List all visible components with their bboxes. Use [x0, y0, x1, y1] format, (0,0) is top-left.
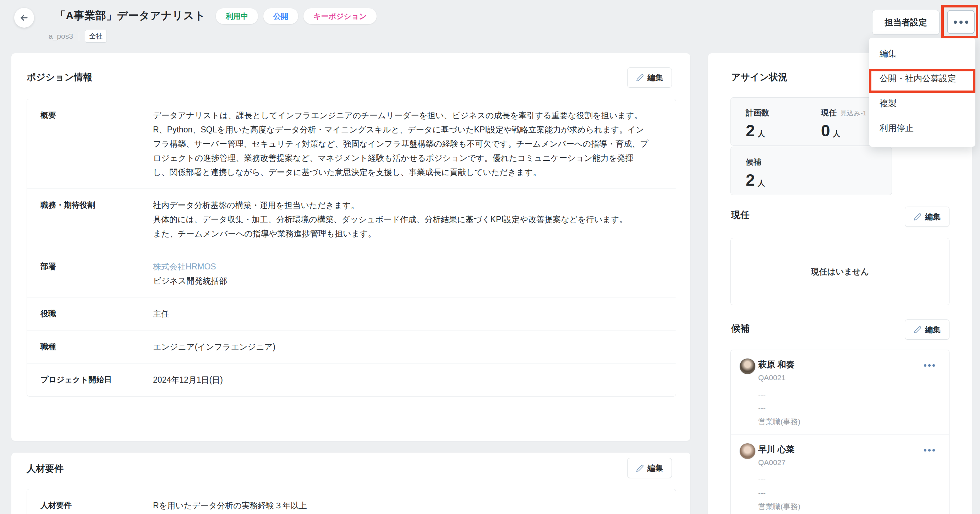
- menu-item-edit[interactable]: 編集: [869, 41, 975, 66]
- row-value: Rを用いたデータ分析の実務経験３年以上: [153, 498, 676, 512]
- incumbent-edit-button[interactable]: 編集: [905, 207, 950, 227]
- duties-line: また、チームメンバーへの指導や業務進捗管理も担います。: [153, 226, 649, 241]
- ellipsis-icon: [924, 364, 926, 367]
- ellipsis-icon: [965, 21, 968, 24]
- candidate-detail: ---: [758, 390, 940, 399]
- table-row: 役職 主任: [27, 297, 676, 330]
- row-label: 職務・期待役割: [27, 198, 153, 241]
- position-info-table: 概要 データアナリストは、課長としてインフラエンジニアのチームリーダーを担い、ビ…: [27, 99, 676, 396]
- planned-label: 計画数: [746, 108, 811, 118]
- ellipsis-icon: [928, 449, 931, 452]
- incumbent-unit: 人: [833, 129, 840, 139]
- candidate-row[interactable]: 萩原 和奏 QA0021 --- --- 営業職(事務): [731, 350, 949, 434]
- candidate-stat: 候補 2 人: [731, 147, 811, 189]
- candidate-job: 営業職(事務): [758, 417, 940, 426]
- incumbent-empty-box: 現任はいません: [730, 238, 950, 305]
- table-row: 人材要件 Rを用いたデータ分析の実務経験３年以上: [27, 489, 676, 514]
- requirements-table: 人材要件 Rを用いたデータ分析の実務経験３年以上: [27, 489, 676, 514]
- row-value: 社内データ分析基盤の構築・運用を担当いただきます。 具体的には、データ収集・加工…: [153, 198, 676, 241]
- table-row: プロジェクト開始日 2024年12月1日(日): [27, 363, 676, 396]
- department-name: ビジネス開発統括部: [153, 274, 649, 288]
- candidate-name: 早川 心菜: [758, 444, 940, 455]
- avatar: [739, 358, 756, 374]
- assignee-settings-button[interactable]: 担当者設定: [872, 10, 940, 35]
- row-value: データアナリストは、課長としてインフラエンジニアのチームリーダーを担い、ビジネス…: [153, 108, 676, 179]
- row-label: 役職: [27, 307, 153, 321]
- row-label: 人材要件: [27, 498, 153, 512]
- candidate-stats-box: 候補 2 人: [730, 146, 892, 195]
- candidate-more-button[interactable]: [922, 447, 937, 454]
- candidates-edit-button[interactable]: 編集: [905, 320, 950, 340]
- position-info-card: ポジション情報 編集 概要 データアナリストは、課長としてインフラエンジニアのチ…: [11, 53, 690, 441]
- requirements-edit-button[interactable]: 編集: [627, 458, 672, 478]
- candidate-unit: 人: [758, 178, 765, 188]
- candidate-job: 営業職(事務): [758, 501, 940, 511]
- assign-status-title: アサイン状況: [731, 71, 787, 83]
- status-badges: 利用中 公開 キーポジション: [216, 8, 377, 24]
- scope-badge: 全社: [85, 30, 107, 43]
- candidates-card: 萩原 和奏 QA0021 --- --- 営業職(事務) 早川 心菜 QA002…: [730, 350, 950, 514]
- planned-unit: 人: [758, 129, 765, 139]
- table-row: 職種 エンジニア(インフラエンジニア): [27, 330, 676, 363]
- position-info-title: ポジション情報: [27, 71, 92, 83]
- candidate-detail: ---: [758, 475, 940, 484]
- status-badge-active: 利用中: [216, 8, 258, 24]
- candidate-name: 萩原 和奏: [758, 359, 940, 370]
- ellipsis-icon: [928, 364, 931, 367]
- position-subline: a_pos3 全社: [49, 30, 107, 43]
- requirements-card: 人材要件 編集 人材要件 Rを用いたデータ分析の実務経験３年以上: [11, 453, 690, 514]
- ellipsis-icon: [959, 21, 963, 24]
- row-label: 概要: [27, 108, 153, 179]
- edit-button-label: 編集: [925, 325, 940, 335]
- planned-value: 2: [746, 121, 755, 140]
- edit-button-label: 編集: [648, 463, 663, 474]
- assign-stats-box: 計画数 2 人 現任 見込み-1 0 人: [730, 97, 892, 146]
- ellipsis-icon: [924, 449, 926, 452]
- candidate-code: QA0021: [758, 374, 940, 382]
- ellipsis-icon: [932, 449, 935, 452]
- status-badge-public: 公開: [263, 8, 298, 24]
- candidate-info: 早川 心菜 QA0027 --- --- 営業職(事務): [758, 444, 940, 511]
- table-row: 職務・期待役割 社内データ分析基盤の構築・運用を担当いただきます。 具体的には、…: [27, 188, 676, 250]
- candidate-row[interactable]: 早川 心菜 QA0027 --- --- 営業職(事務): [731, 434, 949, 514]
- menu-item-duplicate[interactable]: 複製: [869, 91, 975, 116]
- candidate-detail: ---: [758, 489, 940, 497]
- row-label: プロジェクト開始日: [27, 373, 153, 387]
- duties-line: 社内データ分析基盤の構築・運用を担当いただきます。: [153, 198, 649, 212]
- requirements-title: 人材要件: [27, 463, 64, 475]
- candidate-detail: ---: [758, 404, 940, 412]
- page-title: 「A事業部」データアナリスト: [55, 8, 205, 23]
- candidate-code: QA0027: [758, 458, 940, 467]
- edit-button-label: 編集: [648, 72, 663, 83]
- row-label: 部署: [27, 259, 153, 288]
- back-button[interactable]: [14, 8, 34, 28]
- more-menu-button[interactable]: [947, 10, 975, 34]
- incumbent-section-title: 現任: [731, 209, 749, 221]
- pencil-icon: [914, 326, 921, 334]
- pencil-icon: [914, 213, 921, 221]
- ellipsis-icon: [954, 21, 957, 24]
- menu-item-suspend[interactable]: 利用停止: [869, 116, 975, 140]
- company-link[interactable]: 株式会社HRMOS: [153, 259, 649, 274]
- row-value: エンジニア(インフラエンジニア): [153, 340, 676, 354]
- ellipsis-icon: [932, 364, 935, 367]
- row-value: 2024年12月1日(日): [153, 373, 676, 387]
- more-dropdown-menu: 編集 公開・社内公募設定 複製 利用停止: [869, 38, 975, 147]
- status-badge-keyposition: キーポジション: [304, 8, 377, 24]
- divider: [79, 32, 79, 41]
- menu-item-publish-settings[interactable]: 公開・社内公募設定: [869, 66, 975, 91]
- table-row: 概要 データアナリストは、課長としてインフラエンジニアのチームリーダーを担い、ビ…: [27, 99, 676, 188]
- candidate-value: 2: [746, 170, 755, 189]
- candidate-stat-label: 候補: [746, 157, 811, 167]
- duties-line: 具体的には、データ収集・加工、分析環境の構築、ダッシュボード作成、分析結果に基づ…: [153, 212, 649, 226]
- position-detail-page: 「A事業部」データアナリスト 利用中 公開 キーポジション a_pos3 全社 …: [0, 0, 980, 514]
- row-value: 主任: [153, 307, 676, 321]
- avatar: [739, 443, 756, 459]
- pencil-icon: [636, 74, 644, 82]
- incumbent-value: 0: [821, 121, 830, 140]
- planned-stat: 計画数 2 人: [731, 98, 811, 145]
- candidate-more-button[interactable]: [922, 362, 937, 369]
- position-info-edit-button[interactable]: 編集: [627, 67, 672, 88]
- edit-button-label: 編集: [925, 212, 940, 222]
- table-row: 部署 株式会社HRMOS ビジネス開発統括部: [27, 250, 676, 297]
